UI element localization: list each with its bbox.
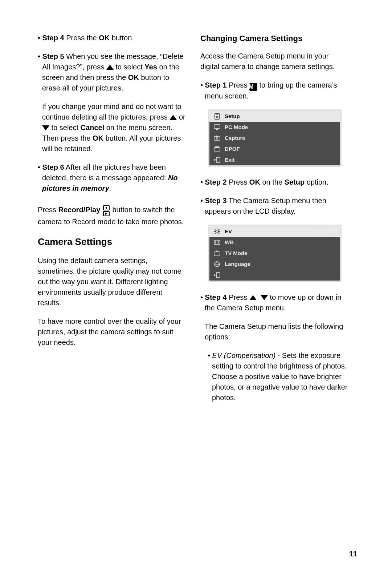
menu-row-capture: Capture [209,133,340,144]
down-triangle-icon [261,295,268,300]
menu-item-label: Capture [225,134,245,142]
wb-icon [213,240,221,245]
step6-dot: . [109,184,111,192]
ev-option: • EV (Compensation) - Sets the exposure … [200,350,349,403]
step-2-right: • Step 2 Press OK on the Setup option. [200,177,349,188]
step4-t2: button. [110,34,134,42]
menu-item-label: WB [225,238,234,246]
camera-menu-1: SetupPC ModeCaptureDPOFExit [208,109,342,167]
step5-label: Step 5 [42,52,64,60]
rp-label: Record/Play [58,206,101,214]
r-step2-ok: OK [249,178,260,186]
exit-icon [213,157,221,163]
menu-row-dpof: DPOF [209,144,340,154]
menu-item-label: Language [225,260,250,268]
svg-line-25 [219,229,220,230]
svg-point-1 [106,207,107,209]
step4-label: Step 4 [42,34,64,42]
r-step2-label: Step 2 [205,178,227,186]
cancel-t3: to select [49,124,81,132]
step4-ok: OK [99,34,110,42]
cancel-ok: OK [93,134,103,142]
step-4-left: • Step 4 Press the OK button. [38,33,187,43]
r-step4-label: Step 4 [205,293,227,301]
svg-marker-4 [105,213,107,215]
svg-rect-14 [214,148,220,151]
r-step2-t3: option. [305,178,328,186]
r-step1-label: Step 1 [205,81,227,89]
step-4-right: • Step 4 Press to move up or down in the… [200,292,349,313]
menu-row-wb: WB [209,237,340,248]
ccs-intro: Access the Camera Setup menu in your dig… [200,51,349,72]
step4-t1: Press the [64,34,99,42]
menu-row-exit: Exit [209,154,340,165]
menu-item-label: PC Mode [225,123,248,131]
list-intro: The Camera Setup menu lists the followin… [200,321,349,342]
r-step2-t1: Press [227,178,249,186]
monitor-icon [213,124,221,130]
svg-point-13 [216,138,218,140]
svg-rect-11 [214,137,220,140]
up-triangle-icon [170,115,177,120]
menu-row-ev: EVNormal [209,226,340,237]
recplay-para: Press Record/Play button to switch the c… [38,205,187,227]
svg-line-23 [215,229,216,230]
menu-row-pc-mode: PC Mode [209,122,340,133]
menu-m-icon: M [249,83,257,91]
cs-p2: To have more control over the quality of… [38,316,187,348]
tv-icon [213,250,221,256]
camera-settings-heading: Camera Settings [38,235,187,249]
menu-item-label: DPOF [225,145,240,153]
ev-name: EV (Compensation) [212,351,276,359]
manual-page: • Step 4 Press the OK button. • Step 5 W… [0,0,392,411]
page-number: 11 [349,550,357,558]
cancel-word: Cancel [81,124,105,132]
svg-point-18 [216,230,219,233]
r-step2-t2: on the [260,178,285,186]
page-icon [213,113,221,120]
menu-row-blank [209,270,340,281]
down-triangle-icon [42,125,49,130]
lang-icon [213,261,221,267]
ev-icon [213,228,221,235]
r-step4-t1: Press [227,293,249,301]
menu-row-tv-mode: TV Mode [209,248,340,259]
cancel-paragraph: If you change your mind and do not want … [38,101,187,154]
step-3-right: • Step 3 The Camera Setup menu then appe… [200,196,349,217]
right-column: Changing Camera Settings Access the Came… [200,33,349,411]
svg-rect-31 [214,252,220,256]
cancel-t1: If you change your mind and do not want … [42,102,181,121]
step-5-left: • Step 5 When you see the message, “Dele… [38,51,187,93]
svg-line-26 [215,233,216,234]
cancel-t2: or [177,113,185,121]
record-play-icon [102,205,110,217]
r-step3-label: Step 3 [205,197,227,205]
r-step1-t1: Press [227,81,249,89]
up-triangle-icon [106,65,114,70]
camera-menu-2: EVNormalWBTV ModeLanguage [208,225,342,282]
menu-item-value: Normal [318,227,336,235]
menu-item-label: TV Mode [225,249,248,257]
svg-rect-2 [105,205,106,206]
svg-rect-15 [215,146,219,148]
svg-rect-10 [216,129,218,130]
dpof-icon [213,146,221,152]
step5-yes: Yes [144,63,157,71]
svg-rect-12 [216,136,217,137]
camera-icon [213,136,221,141]
rp-t1: Press [38,206,58,214]
menu-item-label: Exit [225,156,235,164]
step-6-left: • Step 6 After all the pictures have bee… [38,162,187,194]
menu-item-label: Setup [225,112,240,120]
menu-item-label: EV [225,227,232,235]
menu-row-language: Language [209,259,340,270]
step5-ok: OK [128,73,139,81]
r-step2-setup: Setup [285,178,305,186]
svg-line-24 [219,233,220,234]
changing-camera-settings-heading: Changing Camera Settings [200,33,349,44]
left-column: • Step 4 Press the OK button. • Step 5 W… [38,33,187,411]
cs-p1: Using the default camera settings, somet… [38,255,187,308]
exit-icon [213,272,221,278]
svg-rect-9 [214,125,220,129]
step-1-right: • Step 1 Press M to bring up the camera’… [200,80,349,101]
